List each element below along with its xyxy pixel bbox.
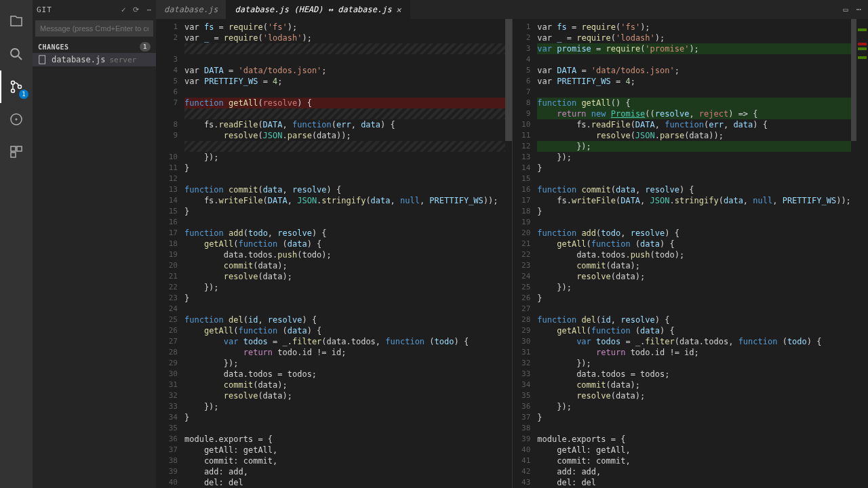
- svg-line-1: [18, 56, 22, 60]
- more-icon[interactable]: ⋯: [146, 5, 152, 14]
- more-actions-icon[interactable]: ⋯: [856, 5, 861, 14]
- svg-rect-8: [17, 146, 22, 151]
- extensions-icon[interactable]: [0, 136, 33, 168]
- scm-header: GIT ✓ ⟳ ⋯: [33, 0, 156, 19]
- split-editor-icon[interactable]: ▭: [844, 5, 848, 14]
- svg-point-0: [11, 49, 19, 57]
- svg-point-2: [12, 81, 15, 85]
- code-right[interactable]: var fs = require('fs');var _ = require('…: [537, 19, 851, 488]
- changes-label: CHANGES: [38, 43, 69, 51]
- editor-area: database.js database.js (HEAD) ↔ databas…: [156, 0, 868, 488]
- diff-editor: 12 34567 89 1011121314151617181920212223…: [156, 19, 868, 488]
- scrollbar-left[interactable]: [505, 19, 512, 488]
- close-icon[interactable]: ×: [396, 5, 401, 15]
- overview-ruler[interactable]: [856, 19, 868, 488]
- tab-diff[interactable]: database.js (HEAD) ↔ database.js ×: [226, 0, 410, 19]
- tab-label: database.js (HEAD) ↔ database.js: [235, 5, 391, 14]
- refresh-icon[interactable]: ⟳: [133, 5, 140, 14]
- tab-label: database.js: [164, 5, 218, 14]
- svg-rect-10: [39, 56, 45, 64]
- debug-icon[interactable]: [0, 103, 33, 136]
- tab-bar: database.js database.js (HEAD) ↔ databas…: [156, 0, 868, 19]
- tab-database[interactable]: database.js: [156, 0, 226, 19]
- scm-badge: 1: [19, 89, 28, 99]
- commit-icon[interactable]: ✓: [121, 5, 127, 14]
- gutter-left: 12 34567 89 1011121314151617181920212223…: [156, 19, 184, 488]
- scrollbar-right[interactable]: [851, 19, 856, 488]
- scm-sidebar: GIT ✓ ⟳ ⋯ CHANGES 1 database.js server: [33, 0, 156, 488]
- svg-point-4: [18, 85, 22, 89]
- changes-count: 1: [140, 42, 151, 52]
- change-file-name: database.js: [52, 55, 105, 64]
- scm-icon[interactable]: 1: [0, 70, 33, 103]
- diff-right-pane[interactable]: 1234567891011121314151617181920212223242…: [513, 19, 869, 488]
- explorer-icon[interactable]: [0, 5, 33, 38]
- svg-rect-7: [11, 146, 16, 151]
- code-left[interactable]: var fs = require('fs');var _ = require('…: [184, 19, 505, 488]
- commit-message-input[interactable]: [35, 20, 153, 37]
- svg-point-3: [12, 89, 15, 93]
- gutter-right: 1234567891011121314151617181920212223242…: [513, 19, 538, 488]
- svg-point-6: [16, 119, 18, 121]
- scm-title: GIT: [37, 5, 52, 14]
- change-file-path: server: [109, 56, 136, 64]
- change-item-database[interactable]: database.js server: [33, 53, 156, 66]
- file-icon: [38, 55, 47, 64]
- diff-left-pane[interactable]: 12 34567 89 1011121314151617181920212223…: [156, 19, 513, 488]
- search-icon[interactable]: [0, 38, 33, 70]
- svg-rect-9: [11, 152, 16, 157]
- changes-section-header[interactable]: CHANGES 1: [33, 41, 156, 53]
- activity-bar: 1: [0, 0, 33, 488]
